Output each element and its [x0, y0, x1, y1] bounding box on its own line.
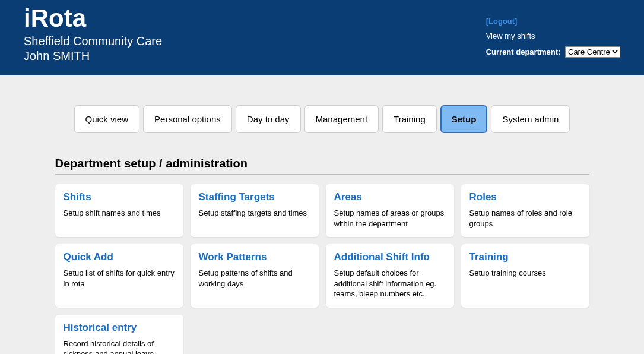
card-desc: Setup shift names and times — [64, 208, 175, 219]
header-left: iRota Sheffield Community Care John SMIT… — [24, 6, 162, 64]
header-right: [Logout] View my shifts Current departme… — [486, 6, 620, 64]
card-title[interactable]: Staffing Targets — [199, 191, 310, 203]
card-title[interactable]: Additional Shift Info — [334, 251, 446, 263]
card-title[interactable]: Quick Add — [64, 251, 175, 263]
card-work-patterns[interactable]: Work Patterns Setup patterns of shifts a… — [191, 244, 319, 308]
current-department-select[interactable]: Care Centre — [565, 46, 620, 58]
card-quick-add[interactable]: Quick Add Setup list of shifts for quick… — [55, 244, 183, 308]
card-staffing-targets[interactable]: Staffing Targets Setup staffing targets … — [191, 184, 319, 237]
card-title[interactable]: Historical entry — [64, 322, 175, 334]
tab-quick-view[interactable]: Quick view — [74, 105, 140, 133]
tab-management[interactable]: Management — [304, 105, 379, 133]
app-header: iRota Sheffield Community Care John SMIT… — [0, 0, 644, 75]
card-desc: Setup default choices for additional shi… — [334, 268, 446, 299]
app-brand: iRota — [24, 6, 162, 31]
card-desc: Setup list of shifts for quick entry in … — [64, 268, 175, 289]
current-department-label: Current department: — [486, 48, 561, 56]
card-title[interactable]: Work Patterns — [199, 251, 310, 263]
view-my-shifts-link[interactable]: View my shifts — [486, 31, 535, 40]
card-title[interactable]: Shifts — [64, 191, 175, 203]
card-additional-shift-info[interactable]: Additional Shift Info Setup default choi… — [326, 244, 454, 308]
card-desc: Record historical details of sickness an… — [64, 339, 175, 354]
card-areas[interactable]: Areas Setup names of areas or groups wit… — [326, 184, 454, 237]
card-title[interactable]: Roles — [469, 191, 581, 203]
main-tabs: Quick view Personal options Day to day M… — [0, 105, 644, 133]
card-desc: Setup staffing targets and times — [199, 208, 310, 219]
tab-system-admin[interactable]: System admin — [491, 105, 570, 133]
card-desc: Setup names of areas or groups within th… — [334, 208, 446, 229]
tab-personal-options[interactable]: Personal options — [143, 105, 232, 133]
main-content: Department setup / administration Shifts… — [55, 157, 589, 354]
card-desc: Setup training courses — [469, 268, 581, 279]
section-title: Department setup / administration — [55, 157, 589, 175]
card-title[interactable]: Areas — [334, 191, 446, 203]
user-name: John SMITH — [24, 49, 162, 63]
tab-setup[interactable]: Setup — [440, 105, 488, 133]
card-shifts[interactable]: Shifts Setup shift names and times — [55, 184, 183, 237]
card-training-setup[interactable]: Training Setup training courses — [461, 244, 589, 308]
card-roles[interactable]: Roles Setup names of roles and role grou… — [461, 184, 589, 237]
setup-cards: Shifts Setup shift names and times Staff… — [55, 184, 589, 354]
organisation-name: Sheffield Community Care — [24, 34, 162, 48]
tab-training[interactable]: Training — [382, 105, 437, 133]
card-historical-entry[interactable]: Historical entry Record historical detai… — [55, 315, 183, 354]
card-desc: Setup names of roles and role groups — [469, 208, 581, 229]
card-title[interactable]: Training — [469, 251, 581, 263]
card-desc: Setup patterns of shifts and working day… — [199, 268, 310, 289]
tab-day-to-day[interactable]: Day to day — [236, 105, 301, 133]
logout-link[interactable]: [Logout] — [486, 17, 518, 26]
